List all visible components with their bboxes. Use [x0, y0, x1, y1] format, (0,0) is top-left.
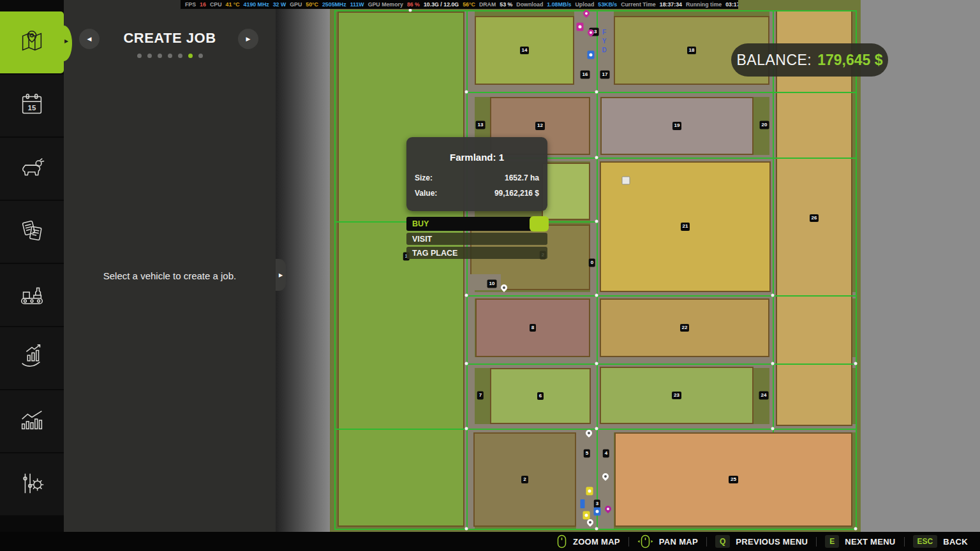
- farmland-number-badge: 17: [600, 71, 610, 79]
- map-icon-marker[interactable]: [622, 177, 630, 185]
- map-badge-marker[interactable]: [577, 23, 584, 31]
- boundary-dot: [771, 294, 775, 297]
- page-dot: [188, 54, 193, 58]
- farmland-number: 14: [520, 47, 530, 55]
- page-dot: [137, 54, 142, 58]
- balance-amount: 179,645 $: [817, 52, 882, 69]
- production-icon: [17, 279, 47, 311]
- status-item: Download: [516, 1, 543, 8]
- boundary-dot: [465, 527, 468, 531]
- farmland-parcel[interactable]: [542, 163, 590, 220]
- map-badge-marker[interactable]: [583, 511, 590, 520]
- farmland-parcel-23[interactable]: 23: [600, 367, 754, 424]
- map-badge-marker[interactable]: [586, 487, 593, 496]
- farmland-parcel-22[interactable]: 22: [600, 298, 769, 357]
- mouse-pan-icon: [637, 534, 653, 548]
- farmland-number-badge: 10: [487, 280, 497, 288]
- visit-button-label: VISIT: [412, 235, 432, 244]
- status-item: Current Time: [621, 1, 656, 8]
- boundary-dot: [465, 427, 468, 430]
- visit-button[interactable]: VISIT: [406, 233, 547, 245]
- status-item: GPU: [290, 1, 302, 8]
- value-label: Value:: [415, 189, 437, 198]
- farmland-parcel-8[interactable]: 8: [475, 298, 590, 357]
- panel-message: Select a vehicle to create a job.: [64, 270, 276, 281]
- farmland-number: 18: [687, 47, 697, 55]
- farmland-number-badge: 5: [584, 450, 590, 458]
- sidebar-item-settings-menu[interactable]: [0, 453, 64, 515]
- sidebar-item-animals-menu[interactable]: [0, 138, 64, 200]
- boundary-dot: [854, 362, 858, 365]
- farmland-number: 6: [537, 392, 544, 400]
- farmland-number: 19: [672, 122, 682, 130]
- sidebar-item-contracts-menu[interactable]: [0, 201, 64, 263]
- farmland-boundary-line: [334, 10, 856, 11]
- status-item: GPU Memory: [368, 1, 403, 8]
- next-page-button[interactable]: ▶: [238, 29, 258, 49]
- hint-back[interactable]: ESCBACK: [905, 535, 976, 548]
- farmland-number: 21: [681, 223, 690, 231]
- status-item: FPS: [185, 1, 196, 8]
- cow-icon: [17, 153, 47, 185]
- status-item: 56°C: [463, 1, 475, 8]
- farmland-parcel[interactable]: [338, 11, 464, 527]
- main-menu-sidebar: 15: [0, 0, 64, 551]
- status-item: 2505MHz: [322, 1, 346, 8]
- map-badge-marker[interactable]: [588, 51, 595, 59]
- farmland-popup: Farmland: 1 Size: 1652.7 ha Value: 99,16…: [406, 137, 547, 259]
- balance-label: BALANCE:: [736, 52, 812, 69]
- hint-label: BACK: [943, 537, 968, 547]
- map-badge-marker[interactable]: [594, 508, 601, 516]
- farmland-boundary-line: [856, 10, 857, 529]
- farmland-parcel-2[interactable]: 2: [473, 432, 576, 527]
- hint-next-menu[interactable]: ENEXT MENU: [817, 535, 903, 548]
- map-rect-marker: [581, 499, 585, 508]
- farmland-parcel-14[interactable]: 14: [475, 16, 574, 85]
- tag-place-button[interactable]: TAG PLACE: [406, 247, 547, 259]
- status-item: 53KB/s: [598, 1, 617, 8]
- boundary-dot: [595, 91, 598, 94]
- hint-label: PAN MAP: [659, 537, 698, 547]
- tab-arrow-icon: ▶: [279, 272, 283, 278]
- sidebar-item-statistics-menu[interactable]: [0, 390, 64, 452]
- status-item: 10.3G / 12.0G: [424, 1, 459, 8]
- hint-previous-menu[interactable]: QPREVIOUS MENU: [707, 535, 816, 548]
- sidebar-item-production-menu[interactable]: [0, 264, 64, 326]
- status-item: Upload: [575, 1, 595, 8]
- sidebar-item-map-menu[interactable]: [0, 11, 64, 73]
- farmland-parcel-6[interactable]: 6: [490, 368, 591, 424]
- status-item: 18:37:34: [660, 1, 682, 8]
- farmland-number: 8: [530, 324, 536, 332]
- sidebar-item-finances-menu[interactable]: [0, 327, 64, 389]
- status-item: CPU: [210, 1, 222, 8]
- page-indicator-dots: [64, 54, 276, 58]
- farmland-parcel-19[interactable]: 19: [600, 97, 754, 155]
- boundary-dot: [465, 91, 468, 94]
- buy-button[interactable]: BUY: [406, 217, 547, 231]
- buy-price-tag: [530, 216, 549, 231]
- statistics-icon: [17, 406, 47, 437]
- panel-expand-tab[interactable]: ▶: [276, 259, 286, 291]
- status-item: 86 %: [407, 1, 420, 8]
- status-item: DRAM: [479, 1, 496, 8]
- sidebar-item-calendar-menu[interactable]: 15: [0, 75, 64, 136]
- boundary-dot: [854, 527, 858, 531]
- status-item: 41 °C: [225, 1, 239, 8]
- key-hint-q: Q: [715, 535, 730, 548]
- page-dot: [158, 54, 162, 58]
- farmland-parcel-25[interactable]: 25: [614, 432, 852, 527]
- status-item: 111W: [350, 1, 364, 8]
- hint-zoom-map[interactable]: ZOOM MAP: [548, 534, 628, 548]
- farmland-boundary-line: [466, 10, 468, 529]
- settings-icon: [17, 469, 47, 501]
- balance-display: BALANCE: 179,645 $: [731, 43, 888, 77]
- buy-button-label: BUY: [412, 219, 429, 228]
- status-item: 53 %: [500, 1, 512, 8]
- value-value: 99,162,216 $: [494, 189, 539, 198]
- boundary-dot: [465, 362, 468, 365]
- hint-pan-map[interactable]: PAN MAP: [629, 534, 706, 548]
- page-dot: [198, 54, 203, 58]
- farmland-number: 23: [672, 392, 681, 400]
- farmland-number-badge: 0: [589, 259, 595, 267]
- farmland-info-box: Farmland: 1 Size: 1652.7 ha Value: 99,16…: [406, 137, 547, 211]
